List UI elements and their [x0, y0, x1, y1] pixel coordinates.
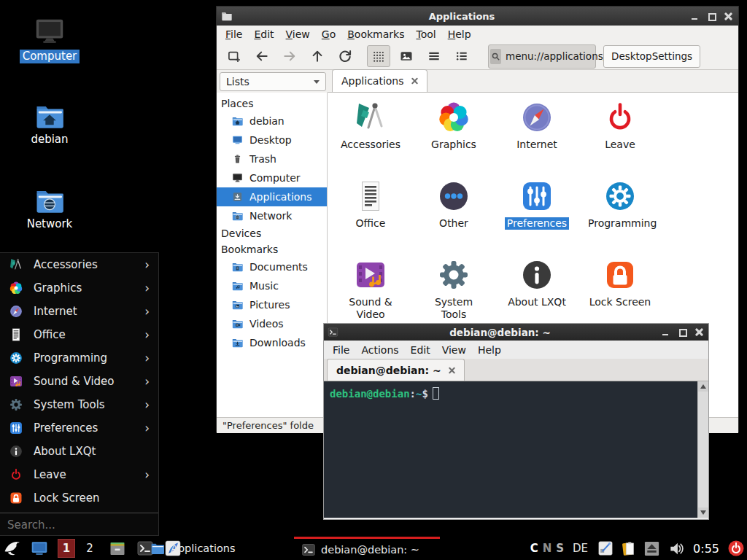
icon-view-button[interactable]: [367, 45, 390, 67]
app-category-system-tools[interactable]: System Tools: [412, 254, 495, 333]
terminal-titlebar[interactable]: debian@debian: ~: [324, 324, 708, 341]
quicklaunch-file-manager[interactable]: [109, 540, 126, 557]
leave-button[interactable]: [727, 540, 745, 557]
main-menu-button[interactable]: [3, 540, 21, 558]
fm-titlebar[interactable]: Applications: [217, 7, 738, 26]
workspace-2-button[interactable]: 2: [81, 539, 98, 558]
menu-tool[interactable]: Tool: [410, 27, 441, 42]
menu-help[interactable]: Help: [472, 343, 507, 357]
close-button[interactable]: [724, 12, 732, 20]
menu-item-internet[interactable]: Internet ›: [0, 300, 158, 323]
app-category-accessories[interactable]: Accessories: [329, 97, 412, 176]
sidebar-item-videos[interactable]: Videos: [217, 314, 327, 333]
home-folder-icon: [32, 101, 67, 131]
menu-edit[interactable]: Edit: [248, 27, 279, 42]
sidebar-item-applications[interactable]: Applications: [217, 187, 327, 206]
desktop-icon-network[interactable]: Network: [15, 185, 85, 231]
minimize-button[interactable]: [662, 328, 670, 336]
sidebar-item-music[interactable]: Music: [217, 276, 327, 295]
screenshot-tray-button[interactable]: [597, 540, 614, 556]
up-button[interactable]: [306, 45, 329, 67]
scroll-down-button[interactable]: [698, 508, 708, 518]
terminal-tab[interactable]: debian@debian: ~: [327, 359, 465, 381]
close-button[interactable]: [695, 328, 703, 336]
sidebar-item-documents[interactable]: Documents: [217, 257, 327, 276]
workspace-1-button[interactable]: 1: [58, 539, 75, 558]
thumbnail-view-button[interactable]: [395, 45, 418, 67]
sidebar-item-network[interactable]: Network: [217, 206, 327, 225]
app-category-other[interactable]: Other: [412, 176, 495, 254]
sidebar-item-debian[interactable]: debian: [217, 112, 327, 131]
side-pane-selector[interactable]: Lists: [220, 72, 326, 91]
desktop-icon-computer[interactable]: Computer: [15, 15, 85, 63]
menu-item-graphics[interactable]: Graphics ›: [0, 276, 158, 300]
terminal-icon: [328, 327, 338, 338]
terminal-console[interactable]: debian@debian : ~ $: [324, 381, 708, 518]
tab-close-icon[interactable]: [449, 367, 455, 373]
menu-view[interactable]: View: [280, 27, 316, 42]
desktop-settings-button[interactable]: DesktopSettings: [603, 45, 700, 68]
task-button-applications[interactable]: Applications: [150, 537, 236, 560]
menu-item-accessories[interactable]: Accessories ›: [0, 253, 158, 276]
menu-search-input[interactable]: [0, 513, 166, 532]
menu-go[interactable]: Go: [316, 27, 341, 42]
volume-button[interactable]: [668, 540, 685, 557]
desktop-icon-home[interactable]: debian: [15, 101, 85, 147]
path-text[interactable]: menu://applications/: [506, 50, 606, 62]
keyboard-layout-indicator[interactable]: DE: [573, 542, 588, 555]
app-category-graphics[interactable]: Graphics: [412, 97, 495, 176]
menu-bookmarks[interactable]: Bookmarks: [341, 27, 410, 42]
sidebar-item-computer[interactable]: Computer: [217, 168, 327, 187]
menu-item-programming[interactable]: Programming ›: [0, 346, 158, 370]
app-category-leave[interactable]: Leave: [578, 97, 662, 176]
compact-view-button[interactable]: [422, 45, 446, 67]
sidebar-item-pictures[interactable]: Pictures: [217, 295, 327, 314]
terminal-scrollbar[interactable]: [697, 381, 708, 518]
tab-applications[interactable]: Applications: [332, 69, 427, 92]
sidebar-item-trash[interactable]: Trash: [217, 149, 327, 168]
app-category-sound-video[interactable]: Sound & Video: [329, 254, 412, 333]
show-desktop-button[interactable]: [30, 539, 49, 558]
menu-view[interactable]: View: [436, 343, 472, 357]
menu-file[interactable]: File: [327, 343, 355, 357]
menu-actions[interactable]: Actions: [355, 343, 404, 357]
maximize-button[interactable]: [708, 12, 716, 20]
app-category-lock-screen[interactable]: Lock Screen: [578, 254, 662, 333]
menu-item-system-tools[interactable]: System Tools ›: [0, 393, 158, 416]
tab-close-icon[interactable]: [411, 78, 418, 85]
path-bar[interactable]: menu://applications/: [488, 44, 596, 69]
menu-item-lock-screen[interactable]: Lock Screen: [0, 486, 158, 510]
menu-edit[interactable]: Edit: [405, 343, 436, 357]
menu-item-sound-video[interactable]: Sound & Video ›: [0, 370, 158, 393]
menu-item-office[interactable]: Office ›: [0, 323, 158, 346]
scroll-up-button[interactable]: [698, 381, 708, 392]
menu-file[interactable]: File: [220, 27, 248, 42]
music-folder-icon: [231, 280, 244, 292]
reload-button[interactable]: [333, 45, 357, 67]
app-category-label: Lock Screen: [589, 296, 651, 308]
forward-button[interactable]: [278, 45, 301, 67]
minimize-button[interactable]: [691, 12, 699, 20]
back-button[interactable]: [250, 45, 274, 67]
clipboard-tray-button[interactable]: [620, 540, 637, 557]
app-category-office[interactable]: Office: [329, 176, 412, 254]
menu-item-about-lxqt[interactable]: About LXQt: [0, 440, 158, 463]
menu-item-leave[interactable]: Leave ›: [0, 463, 158, 486]
maximize-button[interactable]: [678, 328, 686, 336]
detailed-view-button[interactable]: [450, 45, 473, 67]
removable-media-button[interactable]: [643, 540, 660, 557]
app-category-preferences[interactable]: Preferences: [495, 176, 578, 254]
clock[interactable]: 0:55: [693, 542, 719, 556]
programming-icon: [9, 351, 23, 365]
search-chip[interactable]: [490, 49, 501, 64]
sidebar-item-desktop[interactable]: Desktop: [217, 131, 327, 149]
app-category-internet[interactable]: Internet: [495, 97, 578, 176]
task-button-terminal[interactable]: debian@debian: ~: [294, 537, 440, 560]
new-tab-button[interactable]: [222, 45, 246, 67]
app-category-about-lxqt[interactable]: About LXQt: [495, 254, 578, 333]
menu-item-preferences[interactable]: Preferences ›: [0, 416, 158, 440]
sidebar-item-downloads[interactable]: Downloads: [217, 333, 327, 352]
app-category-programming[interactable]: Programming: [578, 176, 662, 254]
menu-help[interactable]: Help: [442, 27, 477, 42]
sidebar-header-places: Places: [217, 96, 327, 112]
